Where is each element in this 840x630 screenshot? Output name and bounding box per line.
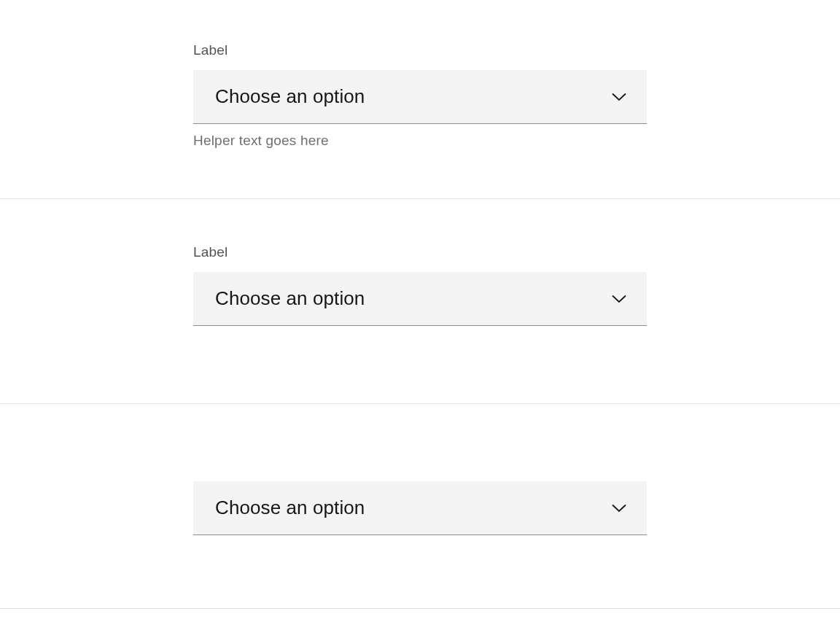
dropdown-placeholder: Choose an option [215, 497, 365, 519]
dropdown-field[interactable]: Choose an option [193, 481, 647, 535]
dropdown-placeholder: Choose an option [215, 85, 365, 108]
dropdown-field[interactable]: Choose an option [193, 272, 647, 326]
chevron-down-icon [612, 504, 626, 513]
dropdown-section-2: Label Choose an option [0, 199, 840, 404]
chevron-down-icon [612, 295, 626, 303]
dropdown-field[interactable]: Choose an option [193, 70, 647, 124]
dropdown-label: Label [193, 42, 647, 58]
dropdown-section-3: Choose an option [0, 404, 840, 609]
chevron-down-icon [612, 93, 626, 101]
dropdown-label: Label [193, 244, 647, 260]
dropdown-section-1: Label Choose an option Helper text goes … [0, 0, 840, 199]
dropdown-helper-text: Helper text goes here [193, 133, 647, 149]
dropdown-placeholder: Choose an option [215, 287, 365, 310]
